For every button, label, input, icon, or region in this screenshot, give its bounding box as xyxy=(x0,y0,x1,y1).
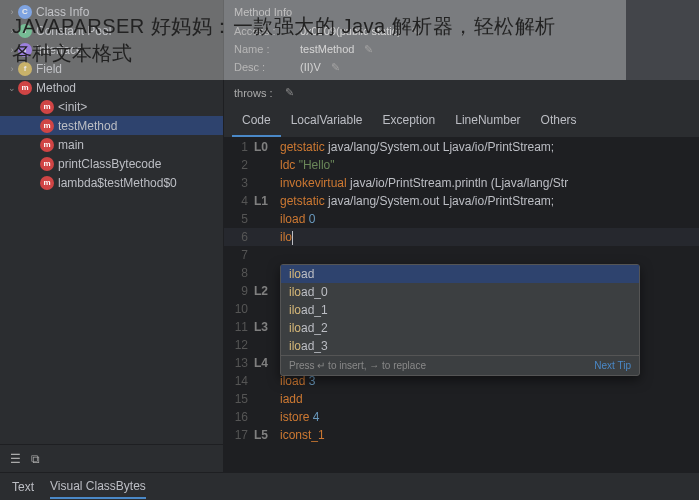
tree-item-testmethod[interactable]: mtestMethod xyxy=(0,116,223,135)
code-line[interactable]: 4L1getstatic java/lang/System.out Ljava/… xyxy=(224,192,699,210)
tree-item-printclassbytecode[interactable]: mprintClassBytecode xyxy=(0,154,223,173)
autocomplete-item[interactable]: iload_0 xyxy=(281,283,639,301)
code-content: iload 0 xyxy=(280,210,699,228)
throws-label: throws : xyxy=(234,87,273,99)
line-number: 11 xyxy=(224,318,254,336)
code-tab-code[interactable]: Code xyxy=(232,105,281,137)
autocomplete-footer: Press ↵ to insert, → to replaceNext Tip xyxy=(281,355,639,375)
bytecode-label: L5 xyxy=(254,426,280,444)
bytecode-label: L3 xyxy=(254,318,280,336)
code-tab-others[interactable]: Others xyxy=(531,105,587,137)
line-number: 16 xyxy=(224,408,254,426)
printclassbytecode-icon: m xyxy=(40,157,54,171)
code-content: ldc "Hello" xyxy=(280,156,699,174)
left-panel-footer: ☰ ⧉ xyxy=(0,444,223,472)
search-icon[interactable]: ⧉ xyxy=(31,452,40,466)
line-number: 9 xyxy=(224,282,254,300)
tree-item-label: lambda$testMethod$0 xyxy=(58,176,177,190)
line-number: 8 xyxy=(224,264,254,282)
line-number: 15 xyxy=(224,390,254,408)
next-tip-link[interactable]: Next Tip xyxy=(594,360,631,371)
code-content: istore 4 xyxy=(280,408,699,426)
line-number: 17 xyxy=(224,426,254,444)
code-content: getstatic java/lang/System.out Ljava/io/… xyxy=(280,192,699,210)
bytecode-label: L1 xyxy=(254,192,280,210)
code-content: iadd xyxy=(280,390,699,408)
code-content: getstatic java/lang/System.out Ljava/io/… xyxy=(280,138,699,156)
line-number: 4 xyxy=(224,192,254,210)
view-tab-visual-classbytes[interactable]: Visual ClassBytes xyxy=(50,475,146,499)
code-line[interactable]: 15iadd xyxy=(224,390,699,408)
tree-item-label: Method xyxy=(36,81,76,95)
line-number: 10 xyxy=(224,300,254,318)
code-tab-linenumber[interactable]: LineNumber xyxy=(445,105,530,137)
text-caret xyxy=(292,231,293,245)
code-tabs: CodeLocalVariableExceptionLineNumberOthe… xyxy=(224,105,699,138)
bytecode-label: L2 xyxy=(254,282,280,300)
banner-line-2: 各种文本格式 xyxy=(12,40,614,67)
bytecode-label: L4 xyxy=(254,354,280,372)
code-content: ilo xyxy=(280,228,699,246)
watermark-banner: JAVAPARSER 好妈妈：一款强大的 Java 解析器，轻松解析 各种文本格… xyxy=(0,0,626,80)
autocomplete-item[interactable]: iload_3 xyxy=(281,337,639,355)
code-line[interactable]: 17L5iconst_1 xyxy=(224,426,699,444)
tree-item-main[interactable]: mmain xyxy=(0,135,223,154)
autocomplete-popup[interactable]: iloadiload_0iload_1iload_2iload_3Press ↵… xyxy=(280,264,640,376)
code-content: iconst_1 xyxy=(280,426,699,444)
bytecode-label: L0 xyxy=(254,138,280,156)
tree-item-label: <init> xyxy=(58,100,87,114)
autocomplete-item[interactable]: iload xyxy=(281,265,639,283)
save-icon[interactable]: ☰ xyxy=(10,452,21,466)
edit-icon[interactable]: ✎ xyxy=(285,86,294,99)
line-number: 1 xyxy=(224,138,254,156)
line-number: 3 xyxy=(224,174,254,192)
autocomplete-item[interactable]: iload_2 xyxy=(281,319,639,337)
throws-row: throws : ✎ xyxy=(224,80,699,105)
tree-item-label: printClassBytecode xyxy=(58,157,161,171)
tree-item-label: main xyxy=(58,138,84,152)
<init>-icon: m xyxy=(40,100,54,114)
view-tabs: TextVisual ClassBytes xyxy=(0,472,699,500)
line-number: 12 xyxy=(224,336,254,354)
chevron-icon[interactable]: ⌄ xyxy=(6,83,18,93)
code-line[interactable]: 16istore 4 xyxy=(224,408,699,426)
line-number: 2 xyxy=(224,156,254,174)
code-line[interactable]: 1L0getstatic java/lang/System.out Ljava/… xyxy=(224,138,699,156)
line-number: 7 xyxy=(224,246,254,264)
lambda$testmethod$0-icon: m xyxy=(40,176,54,190)
main-icon: m xyxy=(40,138,54,152)
tree-item-init[interactable]: m<init> xyxy=(0,97,223,116)
code-line[interactable]: 7 xyxy=(224,246,699,264)
view-tab-text[interactable]: Text xyxy=(12,476,34,498)
bytecode-editor[interactable]: 1L0getstatic java/lang/System.out Ljava/… xyxy=(224,138,699,472)
code-content: invokevirtual java/io/PrintStream.printl… xyxy=(280,174,699,192)
tree-item-label: testMethod xyxy=(58,119,117,133)
autocomplete-hint: Press ↵ to insert, → to replace xyxy=(289,360,426,371)
tree-item-lambdatestmethod0[interactable]: mlambda$testMethod$0 xyxy=(0,173,223,192)
code-tab-exception[interactable]: Exception xyxy=(373,105,446,137)
testmethod-icon: m xyxy=(40,119,54,133)
code-line[interactable]: 3invokevirtual java/io/PrintStream.print… xyxy=(224,174,699,192)
banner-line-1: JAVAPARSER 好妈妈：一款强大的 Java 解析器，轻松解析 xyxy=(12,13,614,40)
autocomplete-item[interactable]: iload_1 xyxy=(281,301,639,319)
method-icon: m xyxy=(18,81,32,95)
line-number: 13 xyxy=(224,354,254,372)
line-number: 5 xyxy=(224,210,254,228)
code-line[interactable]: 5iload 0 xyxy=(224,210,699,228)
code-line[interactable]: 6ilo xyxy=(224,228,699,246)
code-tab-localvariable[interactable]: LocalVariable xyxy=(281,105,373,137)
line-number: 14 xyxy=(224,372,254,390)
tree-item-method[interactable]: ⌄mMethod xyxy=(0,78,223,97)
code-line[interactable]: 2ldc "Hello" xyxy=(224,156,699,174)
line-number: 6 xyxy=(224,228,254,246)
